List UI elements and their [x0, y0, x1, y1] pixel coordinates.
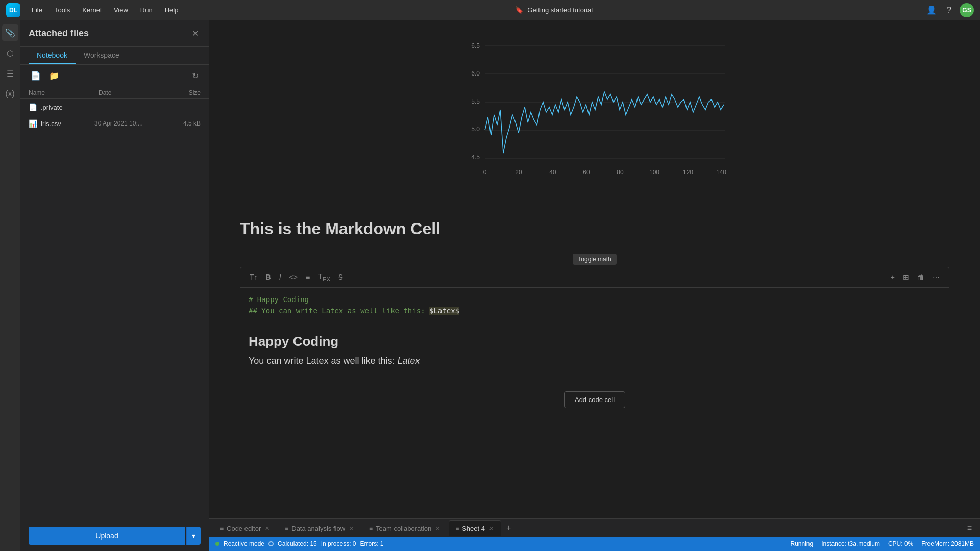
- menu-run[interactable]: Run: [135, 4, 158, 16]
- tex-icon[interactable]: TEX: [315, 270, 333, 284]
- file-column-headers: Name Date Size: [20, 87, 209, 99]
- code-line-2: ## You can write Latex as well like this…: [249, 305, 941, 316]
- list-item[interactable]: 📄 .private: [20, 99, 209, 115]
- sidebar-icon-list[interactable]: ☰: [2, 65, 18, 82]
- list-item[interactable]: 📊 iris.csv 30 Apr 2021 10:... 4.5 kB: [20, 115, 209, 132]
- bookmark-icon: 🔖: [515, 6, 523, 14]
- sidebar-icon-variable[interactable]: (x): [2, 86, 18, 102]
- col-date: Date: [99, 89, 170, 96]
- tab-label-data-analysis: Data analysis flow: [291, 524, 345, 532]
- svg-text:5.0: 5.0: [471, 126, 480, 133]
- add-cell-wrapper: Add code cell: [240, 391, 949, 408]
- refresh-icon[interactable]: ↻: [190, 69, 201, 83]
- upload-button[interactable]: Upload: [29, 527, 185, 545]
- notebook-area[interactable]: 6.5 6.0 5.5 5.0 4.5 0 20 40 60 80 100 12…: [209, 20, 980, 518]
- file-panel: Attached files ✕ Notebook Workspace 📄 📁 …: [20, 20, 209, 551]
- preview-heading-1: Happy Coding: [249, 334, 941, 349]
- add-cell-icon[interactable]: +: [888, 271, 898, 283]
- menu-help[interactable]: Help: [160, 4, 184, 16]
- status-left: Reactive mode Calculated: 15 In process:…: [215, 540, 383, 547]
- new-file-icon[interactable]: 📄: [29, 69, 43, 83]
- cell-editor[interactable]: T↑ B I <> ≡ TEX S̶ + ⊞ 🗑 ⋯ # Happy Codin…: [240, 267, 949, 381]
- errors-status: Errors: 1: [360, 540, 383, 547]
- status-dot: [215, 542, 219, 546]
- code-comment-1: # Happy Coding: [249, 295, 309, 304]
- menubar: DL File Tools Kernel View Run Help 🔖 Get…: [0, 0, 980, 20]
- menubar-right: 👤 ? GS: [924, 3, 974, 17]
- menu-view[interactable]: View: [109, 4, 133, 16]
- sidebar-icon-paperclip[interactable]: 📎: [2, 24, 18, 41]
- add-tab-button[interactable]: +: [502, 521, 515, 535]
- tab-close-data-analysis[interactable]: ✕: [348, 524, 355, 533]
- tab-code-editor[interactable]: ≡ Code editor ✕: [213, 520, 277, 536]
- italic-icon[interactable]: I: [276, 271, 284, 283]
- help-icon[interactable]: ?: [945, 4, 953, 17]
- reactive-mode-label[interactable]: Reactive mode: [224, 540, 264, 547]
- file-panel-header: Attached files ✕: [20, 20, 209, 47]
- in-process-status: In process: 0: [321, 540, 356, 547]
- cell-code-area[interactable]: # Happy Coding ## You can write Latex as…: [240, 288, 949, 323]
- preview-heading-2: You can write Latex as well like this: L…: [249, 356, 941, 366]
- svg-text:5.5: 5.5: [471, 98, 480, 105]
- main-layout: 📎 ⬡ ☰ (x) Attached files ✕ Notebook Work…: [0, 20, 980, 551]
- svg-text:120: 120: [683, 169, 693, 176]
- delete-cell-icon[interactable]: 🗑: [914, 271, 927, 283]
- tab-notebook[interactable]: Notebook: [29, 47, 76, 64]
- menu-file[interactable]: File: [27, 4, 47, 16]
- cell-toolbar: T↑ B I <> ≡ TEX S̶ + ⊞ 🗑 ⋯: [240, 267, 949, 288]
- format-text-icon[interactable]: T↑: [247, 271, 261, 283]
- svg-text:100: 100: [649, 169, 659, 176]
- sidebar-icon-home[interactable]: ⬡: [2, 45, 18, 61]
- menu-tools[interactable]: Tools: [50, 4, 75, 16]
- more-options-icon[interactable]: ⋯: [929, 271, 943, 283]
- file-name-csv: iris.csv: [41, 120, 90, 128]
- cpu-status: CPU: 0%: [888, 540, 913, 547]
- new-folder-icon[interactable]: 📁: [47, 69, 61, 83]
- svg-text:60: 60: [583, 169, 590, 176]
- list-icon[interactable]: ≡: [303, 271, 313, 283]
- app-logo: DL: [6, 3, 20, 17]
- status-circle: [268, 541, 274, 546]
- tab-close-code-editor[interactable]: ✕: [264, 524, 271, 533]
- tab-label-code-editor: Code editor: [227, 524, 261, 532]
- user-add-icon[interactable]: 👤: [924, 3, 939, 17]
- code-comment-2: ## You can write Latex as well like this…: [249, 307, 429, 315]
- tab-data-analysis-flow[interactable]: ≡ Data analysis flow ✕: [278, 520, 361, 536]
- toggle-math-wrapper: Toggle math: [240, 254, 949, 265]
- file-toolbar: 📄 📁 ↻: [20, 65, 209, 87]
- sidebar-icons: 📎 ⬡ ☰ (x): [0, 20, 20, 551]
- chart-svg: 6.5 6.0 5.5 5.0 4.5 0 20 40 60 80 100 12…: [462, 36, 727, 199]
- cell-type-icon[interactable]: ⊞: [900, 271, 912, 283]
- upload-dropdown-button[interactable]: ▾: [186, 527, 201, 545]
- tab-workspace[interactable]: Workspace: [76, 47, 128, 64]
- close-panel-button[interactable]: ✕: [190, 27, 201, 40]
- main-content: 6.5 6.0 5.5 5.0 4.5 0 20 40 60 80 100 12…: [209, 20, 980, 551]
- strikethrough-icon[interactable]: S̶: [335, 271, 346, 283]
- tab-icon-sheet-4: ≡: [455, 524, 459, 532]
- tab-close-team-collab[interactable]: ✕: [434, 524, 441, 533]
- tab-label-team-collab: Team collaboration: [376, 524, 431, 532]
- tab-sheet-4[interactable]: ≡ Sheet 4 ✕: [449, 520, 501, 536]
- status-bar: Reactive mode Calculated: 15 In process:…: [209, 537, 980, 551]
- preview-latex: Latex: [397, 356, 420, 366]
- menubar-center: 🔖 Getting started tutorial: [185, 6, 922, 14]
- upload-area: Upload ▾: [20, 520, 209, 551]
- file-icon-csv: 📊: [29, 119, 37, 128]
- toggle-math-tooltip[interactable]: Toggle math: [573, 254, 616, 265]
- bold-icon[interactable]: B: [263, 271, 274, 283]
- free-mem-status: FreeMem: 2081MB: [921, 540, 974, 547]
- tab-close-sheet-4[interactable]: ✕: [488, 524, 495, 533]
- running-status: Running: [791, 540, 814, 547]
- file-panel-tabs: Notebook Workspace: [20, 47, 209, 65]
- notebook-title: Getting started tutorial: [527, 6, 593, 14]
- add-code-cell-button[interactable]: Add code cell: [564, 391, 625, 408]
- code-icon[interactable]: <>: [286, 271, 301, 283]
- chart-container: 6.5 6.0 5.5 5.0 4.5 0 20 40 60 80 100 12…: [240, 31, 949, 209]
- tab-menu-button[interactable]: ≡: [963, 521, 976, 535]
- menu-kernel[interactable]: Kernel: [77, 4, 107, 16]
- preview-h2-prefix: You can write Latex as well like this:: [249, 356, 397, 366]
- avatar[interactable]: GS: [960, 3, 974, 17]
- tab-team-collaboration[interactable]: ≡ Team collaboration ✕: [362, 520, 448, 536]
- svg-text:6.5: 6.5: [471, 42, 480, 49]
- code-latex: $Latex$: [429, 307, 459, 315]
